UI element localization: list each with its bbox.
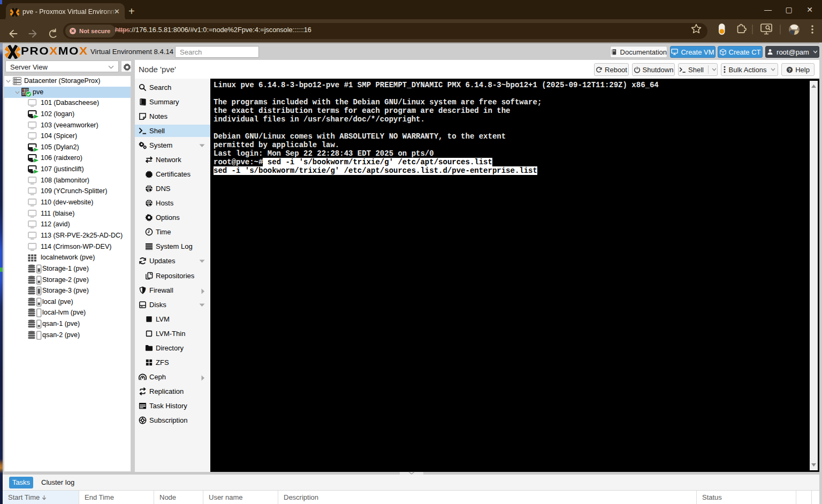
svg-text:?: ? <box>788 67 791 72</box>
